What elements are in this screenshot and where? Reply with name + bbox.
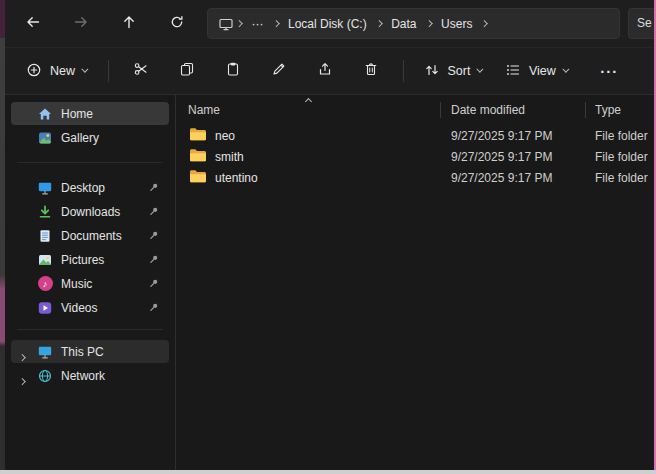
back-button[interactable] — [15, 7, 51, 41]
up-arrow-icon — [121, 14, 137, 34]
sidebar-item-label: This PC — [61, 345, 104, 359]
column-headers: Name Date modified Type — [176, 98, 654, 122]
new-button-label: New — [50, 64, 75, 78]
toolbar-divider — [108, 60, 109, 82]
breadcrumb-chevron-icon[interactable] — [236, 20, 242, 26]
breadcrumb-item-users[interactable]: Users — [434, 14, 479, 34]
search-input[interactable]: Se — [628, 8, 654, 39]
up-button[interactable] — [111, 7, 147, 41]
this-pc-icon[interactable] — [218, 16, 234, 32]
breadcrumb: ··· Local Disk (C:) Data Users — [207, 8, 620, 39]
sidebar: Home Gallery Desktop — [5, 95, 175, 470]
back-arrow-icon — [25, 14, 41, 34]
navigation-bar: ··· Local Disk (C:) Data Users Se — [5, 0, 654, 48]
breadcrumb-chevron-icon[interactable] — [376, 20, 382, 26]
breadcrumb-collapsed[interactable]: ··· — [245, 14, 271, 34]
file-row-neo[interactable]: neo 9/27/2025 9:17 PM File folder — [176, 125, 654, 146]
file-date-modified: 9/27/2025 9:17 PM — [441, 150, 586, 164]
forward-arrow-icon — [73, 14, 89, 34]
breadcrumb-chevron-icon[interactable] — [481, 20, 487, 26]
pictures-icon — [37, 252, 53, 268]
file-row-smith[interactable]: smith 9/27/2025 9:17 PM File folder — [176, 146, 654, 167]
share-button[interactable] — [304, 54, 346, 88]
paste-button[interactable] — [212, 54, 254, 88]
sidebar-item-label: Desktop — [61, 181, 105, 195]
copy-icon — [179, 61, 195, 81]
sidebar-item-gallery[interactable]: Gallery — [11, 126, 169, 149]
sidebar-item-videos[interactable]: Videos — [11, 296, 169, 319]
file-type: File folder — [586, 129, 654, 143]
new-button[interactable]: New — [15, 54, 99, 88]
sidebar-item-label: Videos — [61, 301, 97, 315]
column-header-date-modified[interactable]: Date modified — [441, 98, 585, 122]
sidebar-item-label: Gallery — [61, 131, 99, 145]
folder-icon — [189, 169, 207, 186]
toolbar-divider — [403, 60, 404, 82]
breadcrumb-chevron-icon[interactable] — [273, 20, 279, 26]
background-bottom-strip — [0, 470, 656, 474]
more-options-button[interactable]: ··· — [589, 54, 629, 88]
scissors-icon — [133, 61, 149, 81]
column-header-label: Date modified — [451, 103, 525, 117]
sidebar-item-pictures[interactable]: Pictures — [11, 248, 169, 271]
sort-button[interactable]: Sort — [413, 54, 494, 88]
pin-icon — [148, 205, 160, 220]
breadcrumb-item-data[interactable]: Data — [384, 14, 423, 34]
sidebar-item-label: Home — [61, 107, 93, 121]
file-rows: neo 9/27/2025 9:17 PM File folder smith … — [176, 125, 654, 188]
chevron-down-icon — [563, 66, 569, 72]
column-header-type[interactable]: Type — [586, 98, 654, 122]
rename-pencil-icon — [271, 61, 287, 81]
sidebar-item-this-pc[interactable]: This PC — [11, 340, 169, 363]
sidebar-item-label: Documents — [61, 229, 122, 243]
sidebar-item-label: Music — [61, 277, 92, 291]
network-icon — [37, 368, 53, 384]
view-list-icon — [505, 62, 521, 81]
file-list-panel: Name Date modified Type — [175, 95, 654, 470]
chevron-right-icon[interactable] — [20, 348, 25, 362]
plus-circle-icon — [26, 62, 42, 81]
file-type: File folder — [586, 150, 654, 164]
sidebar-item-music[interactable]: ♪ Music — [11, 272, 169, 295]
gallery-icon — [37, 130, 53, 146]
chevron-right-icon[interactable] — [20, 372, 25, 386]
sort-ascending-icon — [305, 98, 312, 105]
desktop-icon — [37, 180, 53, 196]
sidebar-item-desktop[interactable]: Desktop — [11, 176, 169, 199]
file-date-modified: 9/27/2025 9:17 PM — [441, 129, 586, 143]
chevron-down-icon — [82, 66, 88, 72]
column-header-name[interactable]: Name — [176, 98, 440, 122]
view-button[interactable]: View — [494, 54, 579, 88]
delete-button[interactable] — [350, 54, 392, 88]
refresh-button[interactable] — [159, 7, 195, 41]
pin-icon — [148, 277, 160, 292]
sort-button-label: Sort — [448, 64, 471, 78]
this-pc-icon — [37, 344, 53, 360]
sidebar-item-label: Pictures — [61, 253, 104, 267]
cut-button[interactable] — [120, 54, 162, 88]
sidebar-divider — [17, 329, 163, 330]
videos-icon — [37, 300, 53, 316]
pin-icon — [148, 253, 160, 268]
sidebar-item-downloads[interactable]: Downloads — [11, 200, 169, 223]
copy-button[interactable] — [166, 54, 208, 88]
downloads-icon — [37, 204, 53, 220]
sidebar-item-label: Downloads — [61, 205, 120, 219]
sidebar-item-documents[interactable]: Documents — [11, 224, 169, 247]
share-icon — [317, 61, 333, 81]
file-row-utentino[interactable]: utentino 9/27/2025 9:17 PM File folder — [176, 167, 654, 188]
rename-button[interactable] — [258, 54, 300, 88]
breadcrumb-chevron-icon[interactable] — [426, 20, 432, 26]
breadcrumb-item-local-disk[interactable]: Local Disk (C:) — [281, 14, 374, 34]
home-icon — [37, 106, 53, 122]
refresh-icon — [169, 14, 185, 34]
file-type: File folder — [586, 171, 654, 185]
toolbar: New — [5, 48, 654, 95]
pin-icon — [148, 301, 160, 316]
sidebar-item-home[interactable]: Home — [11, 102, 169, 125]
sidebar-item-network[interactable]: Network — [11, 364, 169, 387]
sort-arrows-icon — [424, 62, 440, 81]
forward-button[interactable] — [63, 7, 99, 41]
music-icon: ♪ — [37, 276, 53, 292]
folder-icon — [189, 148, 207, 165]
